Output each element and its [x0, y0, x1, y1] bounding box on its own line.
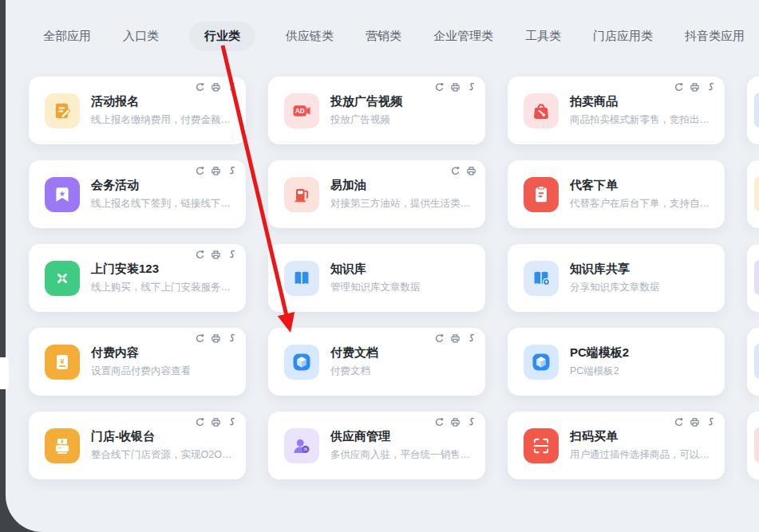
app-title: 上门安装123: [91, 262, 238, 277]
tab-9[interactable]: 抖音类应用: [683, 22, 746, 51]
app-card[interactable]: 付费文档 付费文档: [268, 328, 485, 396]
refresh-icon[interactable]: [434, 417, 445, 428]
printer-icon[interactable]: [466, 166, 476, 176]
app-description: 线上报名缴纳费用，付费金额营销...: [91, 113, 238, 127]
app-title: 活动报名: [91, 94, 238, 109]
printer-icon[interactable]: [211, 166, 221, 176]
printer-icon[interactable]: [450, 417, 461, 428]
link-icon[interactable]: [227, 417, 237, 428]
app-description: 对接第三方油站，提供生活类服务。: [330, 197, 477, 211]
app-description: PC端模板2: [570, 365, 717, 378]
app-card[interactable]: PC端模板2 PC端模板2: [508, 328, 725, 396]
app-title: 知识库共享: [570, 262, 717, 277]
app-card-partial[interactable]: [747, 160, 759, 228]
app-title: 会务活动: [91, 178, 238, 193]
tab-label: 工具类: [525, 29, 561, 42]
link-icon[interactable]: [466, 417, 476, 428]
app-card[interactable]: 上门安装123 线上购买，线下上门安装服务，核...: [29, 244, 246, 312]
auction-bag-icon: [524, 93, 559, 128]
card-action-bar: [195, 166, 237, 176]
refresh-icon[interactable]: [195, 250, 205, 260]
app-description: 分享知识库文章数据: [570, 281, 717, 294]
app-card[interactable]: 知识库共享 分享知识库文章数据: [508, 244, 725, 312]
card-action-bar: [195, 82, 237, 93]
link-icon[interactable]: [466, 82, 476, 93]
link-icon[interactable]: [227, 333, 237, 344]
tab-7[interactable]: 工具类: [524, 22, 563, 51]
app-description: 商品拍卖模式新零售，竞拍出价得...: [570, 113, 717, 127]
app-description: 管理知识库文章数据: [330, 281, 477, 294]
printer-icon[interactable]: [450, 82, 461, 93]
refresh-icon[interactable]: [674, 82, 684, 93]
tab-1[interactable]: 全部应用: [42, 22, 93, 51]
app-icon: [754, 344, 759, 379]
app-card-partial[interactable]: [747, 77, 759, 144]
refresh-icon[interactable]: [195, 82, 205, 93]
app-card[interactable]: AD 投放广告视频 投放广告视频: [268, 77, 485, 144]
app-card-partial[interactable]: [747, 412, 759, 479]
app-card[interactable]: ★ 会务活动 线上报名线下签到，链接线下活动。: [29, 160, 246, 228]
link-icon[interactable]: [466, 333, 476, 344]
card-action-bar: [434, 417, 476, 428]
svg-text:AD: AD: [295, 108, 305, 115]
app-card-partial[interactable]: [747, 244, 759, 312]
refresh-icon[interactable]: [450, 166, 461, 176]
app-card[interactable]: 知识库 管理知识库文章数据: [268, 244, 485, 312]
printer-icon[interactable]: [211, 333, 221, 344]
tab-2[interactable]: 入口类: [121, 22, 160, 51]
app-title: 拍卖商品: [570, 94, 717, 109]
tab-label: 入口类: [123, 29, 159, 42]
tab-6[interactable]: 企业管理类: [432, 22, 495, 51]
app-title: 代客下单: [570, 178, 717, 193]
tab-8[interactable]: 门店应用类: [591, 22, 654, 51]
svg-text:¥: ¥: [60, 356, 65, 365]
refresh-icon[interactable]: [434, 82, 445, 93]
app-card[interactable]: ¥ 付费内容 设置商品付费内容查看: [29, 328, 246, 396]
tab-5[interactable]: 营销类: [364, 22, 403, 51]
tools-icon: [45, 261, 80, 296]
printer-icon[interactable]: [211, 417, 221, 428]
app-card-partial[interactable]: [747, 328, 759, 396]
link-icon[interactable]: [227, 166, 237, 176]
app-card[interactable]: ¥ 门店-收银台 整合线下门店资源，实现O2O异业...: [29, 412, 246, 479]
card-action-bar: [434, 82, 476, 93]
tab-4[interactable]: 供应链类: [284, 22, 335, 51]
tab-label: 营销类: [366, 29, 401, 42]
sidebar-notch[interactable]: [0, 357, 9, 389]
printer-icon[interactable]: [690, 82, 700, 93]
refresh-icon[interactable]: [674, 417, 684, 428]
app-description: 整合线下门店资源，实现O2O异业...: [91, 448, 238, 462]
app-title: PC端模板2: [570, 345, 717, 361]
refresh-icon[interactable]: [195, 166, 205, 176]
clipboard-icon: [524, 177, 559, 212]
app-card[interactable]: 拍卖商品 商品拍卖模式新零售，竞拍出价得...: [508, 77, 725, 144]
link-icon[interactable]: [706, 82, 716, 93]
link-icon[interactable]: [706, 417, 716, 428]
app-card[interactable]: 扫码买单 用户通过插件选择商品，可以直接...: [508, 412, 725, 479]
app-card[interactable]: 易加油 对接第三方油站，提供生活类服务。: [268, 160, 485, 228]
svg-text:¥: ¥: [61, 438, 64, 443]
supplier-person-icon: 供: [284, 428, 319, 463]
app-card[interactable]: 代客下单 代替客户在后台下单，支持自营，...: [508, 160, 725, 228]
scan-code-icon: [524, 428, 559, 463]
link-icon[interactable]: [227, 250, 237, 260]
link-icon[interactable]: [227, 82, 237, 93]
refresh-icon[interactable]: [195, 417, 205, 428]
app-description: 用户通过插件选择商品，可以直接...: [570, 448, 717, 462]
printer-icon[interactable]: [450, 333, 461, 344]
app-description: 线上报名线下签到，链接线下活动。: [91, 197, 238, 211]
refresh-icon[interactable]: [195, 333, 205, 344]
app-title: 投放广告视频: [330, 94, 477, 109]
tab-3[interactable]: 行业类: [189, 22, 255, 51]
app-card[interactable]: 供 供应商管理 多供应商入驻，平台统一销售，商...: [268, 412, 485, 479]
app-icon: [754, 176, 759, 211]
doc-yen-icon: ¥: [45, 345, 80, 380]
app-title: 扫码买单: [570, 429, 717, 444]
app-title: 付费内容: [91, 345, 238, 361]
printer-icon[interactable]: [690, 417, 700, 428]
printer-icon[interactable]: [211, 250, 221, 260]
book-share-icon: [524, 261, 559, 296]
printer-icon[interactable]: [211, 82, 221, 93]
refresh-icon[interactable]: [434, 333, 445, 344]
app-card[interactable]: 活动报名 线上报名缴纳费用，付费金额营销...: [29, 77, 246, 144]
